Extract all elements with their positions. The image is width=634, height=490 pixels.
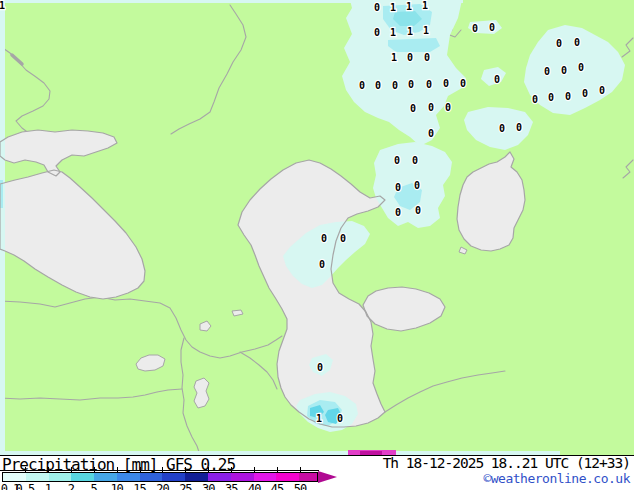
scale-segment <box>94 473 117 481</box>
scale-segment <box>254 473 277 481</box>
scale-segment <box>49 473 72 481</box>
precip-value: 1 <box>390 2 396 13</box>
precip-value: 0 <box>410 103 416 114</box>
precip-left-strip <box>0 0 5 455</box>
precip-value: 0 <box>392 80 398 91</box>
scale-tick <box>277 467 278 472</box>
scale-segment <box>117 473 140 481</box>
precip-value: 0 <box>516 122 522 133</box>
precip-value: 0 <box>375 80 381 91</box>
precip-value: 0 <box>412 155 418 166</box>
precip-value: 0 <box>424 52 430 63</box>
precip-value: 1 <box>406 1 412 12</box>
scale-segment <box>208 473 231 481</box>
scale-overflow-arrow-icon <box>318 471 337 483</box>
precip-value: 0 <box>565 91 571 102</box>
precip-value: 0 <box>374 2 380 13</box>
precip-value: 0 <box>408 79 414 90</box>
copyright-link[interactable]: ©weatheronline.co.uk <box>483 471 630 486</box>
scale-segment <box>140 473 163 481</box>
precip-value: 0 <box>414 180 420 191</box>
scale-tick <box>25 467 26 472</box>
scale-segment <box>299 473 317 481</box>
precip-value: 1 <box>390 27 396 38</box>
forecast-datetime: Th 18-12-2025 18..21 UTC (12+33) <box>383 455 630 471</box>
precip-value: 0 <box>582 88 588 99</box>
scale-tick <box>140 467 141 472</box>
precip-value: 0 <box>460 78 466 89</box>
weather-map-page: 1011101111000000000000000000000000000000… <box>0 0 634 490</box>
precip-value: 1 <box>407 26 413 37</box>
precip-value: 0 <box>317 362 323 373</box>
map-canvas: 1011101111000000000000000000000000000000… <box>0 0 634 455</box>
precip-value: 0 <box>407 52 413 63</box>
scale-segment <box>231 473 254 481</box>
precip-value: 1 <box>316 413 322 424</box>
precipitation-color-scale <box>2 472 318 482</box>
precip-value: 0 <box>340 233 346 244</box>
scale-segment <box>26 473 49 481</box>
scale-tick <box>185 467 186 472</box>
precip-value: 0 <box>544 66 550 77</box>
map-image: 1011101111000000000000000000000000000000… <box>0 0 634 456</box>
scale-tick <box>231 467 232 472</box>
scale-tick <box>94 467 95 472</box>
scale-tick <box>254 467 255 472</box>
precip-value: 0 <box>494 74 500 85</box>
precip-value: 0 <box>428 128 434 139</box>
scale-segment <box>162 473 185 481</box>
precip-value: 0 <box>574 37 580 48</box>
precip-value: 0 <box>532 94 538 105</box>
legend-bar: Precipitation [mm] GFS 0.25 0.10.5125101… <box>0 456 634 490</box>
scale-tick <box>162 467 163 472</box>
precip-value: 0 <box>426 79 432 90</box>
precip-value: 0 <box>321 233 327 244</box>
precip-value: 0 <box>415 205 421 216</box>
scale-tick <box>48 467 49 472</box>
precip-value: 0 <box>443 78 449 89</box>
precip-value: 0 <box>374 27 380 38</box>
precip-value: 1 <box>422 0 428 11</box>
precip-value: 0 <box>359 80 365 91</box>
scale-segment <box>71 473 94 481</box>
scale-segment <box>3 473 26 481</box>
precip-top-center-mid2 <box>388 38 440 52</box>
precip-value: 0 <box>428 102 434 113</box>
scale-segment <box>185 473 208 481</box>
precip-value: 0 <box>561 65 567 76</box>
precip-value: 0 <box>548 92 554 103</box>
scale-tick <box>300 467 301 472</box>
precip-left-accent2 <box>0 320 3 360</box>
precip-value: 0 <box>395 207 401 218</box>
precip-value: 0 <box>319 259 325 270</box>
precip-value: 0 <box>472 23 478 34</box>
scale-tick <box>208 467 209 472</box>
scale-tick <box>117 467 118 472</box>
precip-value: 0 <box>395 182 401 193</box>
scale-value-label: 50 <box>283 482 317 490</box>
precip-value: 0 <box>556 38 562 49</box>
precip-value: 0 <box>499 123 505 134</box>
precip-value: 0 <box>489 22 495 33</box>
precip-value: 0 <box>445 102 451 113</box>
precip-heavy-bottom-core <box>360 451 382 455</box>
precip-value: 1 <box>391 52 397 63</box>
precip-value: 1 <box>0 0 5 11</box>
precip-value: 0 <box>337 413 343 424</box>
scale-tick <box>71 467 72 472</box>
precip-value: 0 <box>599 85 605 96</box>
precip-value: 0 <box>394 155 400 166</box>
scale-segment <box>276 473 299 481</box>
precip-value: 1 <box>423 25 429 36</box>
precip-value: 0 <box>578 62 584 73</box>
